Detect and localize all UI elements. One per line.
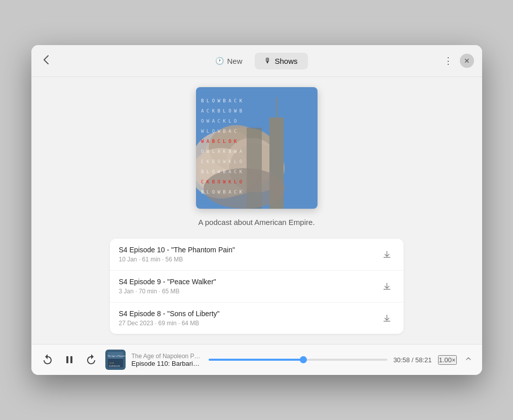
svg-text:O W L A K B W A: O W L A K B W A	[201, 149, 243, 154]
mic-icon: 🎙	[264, 57, 271, 65]
episode-title: S4 Episode 8 - "Sons of Liberty"	[119, 310, 379, 318]
episode-info: S4 Episode 10 - "The Phantom Pain" 10 Ja…	[119, 246, 379, 263]
svg-text:A C K B L O W B: A C K B L O W B	[201, 108, 242, 113]
player-progress	[209, 359, 387, 361]
header-tabs: 🕐 New 🎙 Shows	[205, 53, 307, 69]
download-button[interactable]	[379, 311, 394, 326]
episode-meta: 10 Jan · 61 min · 56 MB	[119, 256, 379, 263]
episode-title: S4 Episode 10 - "The Phantom Pain"	[119, 246, 379, 254]
episode-item: S4 Episode 10 - "The Phantom Pain" 10 Ja…	[110, 239, 404, 271]
speed-button[interactable]: 1.00×	[438, 355, 457, 365]
app-window: 🕐 New 🎙 Shows ⋮ ✕	[31, 45, 482, 375]
pause-button[interactable]	[62, 352, 77, 367]
tab-shows[interactable]: 🎙 Shows	[254, 53, 307, 69]
progress-track[interactable]	[209, 359, 387, 361]
svg-text:AGE: AGE	[109, 362, 114, 364]
tab-new[interactable]: 🕐 New	[205, 53, 252, 69]
svg-rect-24	[66, 356, 68, 363]
player-podcast-name: The Age of Napoleon Podcast	[132, 353, 203, 360]
svg-rect-25	[70, 356, 72, 363]
player-info: The Age of Napoleon Podcast Episode 110:…	[132, 353, 203, 367]
episode-meta: 3 Jan · 70 min · 65 MB	[119, 288, 379, 295]
podcast-description: A podcast about American Empire.	[198, 218, 314, 226]
player-thumbnail: The Age of Napoleon AGE NAPOLEON	[105, 350, 126, 370]
svg-text:W A B C L O K: W A B C L O K	[201, 139, 237, 144]
forward-button[interactable]: 30	[83, 352, 99, 368]
svg-text:NAPOLEON: NAPOLEON	[109, 365, 120, 367]
progress-thumb	[300, 356, 307, 363]
player-bar: 10 30 The Age of Napoleon AGE	[31, 344, 482, 375]
close-icon: ✕	[464, 57, 470, 65]
download-button[interactable]	[379, 279, 394, 294]
player-time: 30:58 / 58:21	[393, 356, 432, 364]
header: 🕐 New 🎙 Shows ⋮ ✕	[31, 45, 482, 77]
episode-item: S4 Episode 8 - "Sons of Liberty" 27 Dec …	[110, 302, 404, 334]
expand-button[interactable]	[463, 353, 474, 366]
svg-text:10: 10	[46, 359, 50, 362]
svg-text:W L O W B A C: W L O W B A C	[201, 129, 236, 134]
more-button[interactable]: ⋮	[441, 52, 456, 69]
episode-item: S4 Episode 9 - "Peace Walker" 3 Jan · 70…	[110, 271, 404, 302]
download-button[interactable]	[379, 247, 394, 262]
clock-icon: 🕐	[215, 57, 224, 65]
header-actions: ⋮ ✕	[441, 52, 474, 69]
progress-fill	[209, 359, 303, 361]
close-button[interactable]: ✕	[460, 54, 474, 68]
svg-text:B L O W B A C K: B L O W B A C K	[201, 169, 243, 174]
back-button[interactable]	[40, 53, 53, 69]
episode-info: S4 Episode 9 - "Peace Walker" 3 Jan · 70…	[119, 278, 379, 295]
svg-point-11	[204, 168, 285, 209]
episode-info: S4 Episode 8 - "Sons of Liberty" 27 Dec …	[119, 310, 379, 327]
episode-title: S4 Episode 9 - "Peace Walker"	[119, 278, 379, 286]
svg-text:The Age of Napoleon: The Age of Napoleon	[107, 355, 126, 357]
player-episode-name: Episode 110: Barbarians	[132, 360, 203, 367]
main-content: B L O W B A C K A C K B L O W B O W A C …	[31, 77, 482, 344]
svg-text:B L O W B A C K: B L O W B A C K	[201, 98, 243, 103]
svg-text:30: 30	[90, 359, 93, 362]
svg-text:C K B O W K L O: C K B O W K L O	[201, 159, 242, 164]
svg-text:O W A C K L O: O W A C K L O	[201, 119, 236, 124]
rewind-button[interactable]: 10	[40, 352, 56, 368]
more-icon: ⋮	[444, 55, 453, 66]
svg-text:B L O W B A C K: B L O W B A C K	[201, 189, 243, 195]
podcast-artwork: B L O W B A C K A C K B L O W B O W A C …	[196, 87, 318, 209]
svg-text:C K B O W K L O: C K B O W K L O	[201, 179, 242, 184]
episode-list: S4 Episode 10 - "The Phantom Pain" 10 Ja…	[110, 239, 404, 334]
episode-meta: 27 Dec 2023 · 69 min · 64 MB	[119, 320, 379, 327]
